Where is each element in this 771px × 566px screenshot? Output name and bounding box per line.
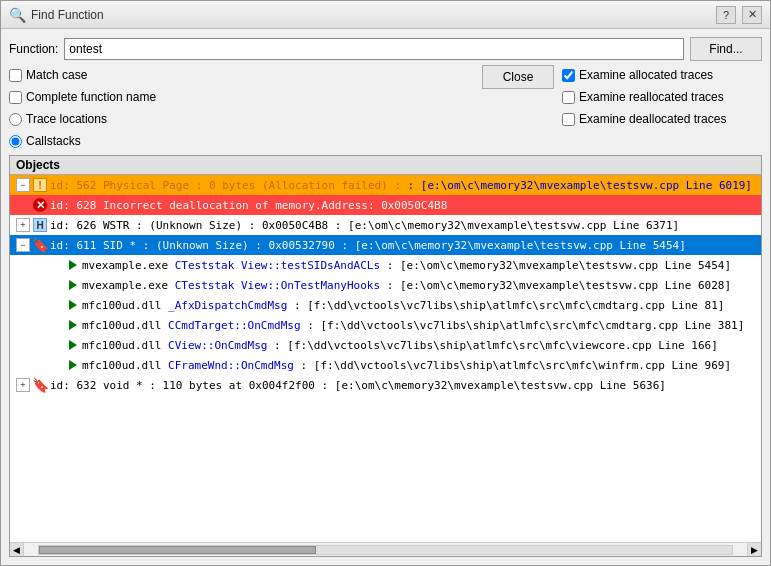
row-text: mfc100ud.dll CCmdTarget::OnCmdMsg : [f:\…	[82, 319, 744, 332]
row-icon-play	[64, 277, 80, 293]
text-fn: CTeststak View::OnTestManyHooks	[175, 279, 380, 292]
text-rest: : [f:\dd\vctools\vc7libs\ship\atlmfc\src…	[287, 299, 724, 312]
dialog-title: Find Function	[31, 8, 710, 22]
text-dll: mfc100ud.dll	[82, 339, 168, 352]
close-button[interactable]: Close	[482, 65, 554, 89]
callstacks-label[interactable]: Callstacks	[26, 134, 81, 148]
tree-row-3[interactable]: +Hid: 626 WSTR : (Unknown Size) : 0x0050…	[10, 215, 761, 235]
row-text: id: 632 void * : 110 bytes at 0x004f2f00…	[50, 379, 666, 392]
scrollbar-track	[38, 545, 733, 555]
row-text: mvexample.exe CTeststak View::OnTestMany…	[82, 279, 731, 292]
row-icon-bookmark: 🔖	[32, 237, 48, 253]
row-icon-H: H	[32, 217, 48, 233]
right-options-panel: Examine allocated traces Examine realloc…	[562, 65, 762, 129]
text-rest: : [e:\om\c\memory32\mvexample\testsvw.cp…	[380, 279, 731, 292]
examine-reallocated-label[interactable]: Examine reallocated traces	[579, 90, 724, 104]
tree-row-11[interactable]: +🔖id: 632 void * : 110 bytes at 0x004f2f…	[10, 375, 761, 395]
text-dll: mfc100ud.dll	[82, 359, 168, 372]
tree-expand-btn[interactable]: +	[16, 378, 30, 392]
match-case-label[interactable]: Match case	[26, 68, 87, 82]
tree-row-2[interactable]: ✕id: 628 Incorrect deallocation of memor…	[10, 195, 761, 215]
text-dll: mfc100ud.dll	[82, 319, 168, 332]
callstacks-row: Callstacks	[9, 131, 474, 151]
text-id: id: 562	[50, 179, 103, 192]
row-icon-play	[64, 337, 80, 353]
tree-row-9[interactable]: mfc100ud.dll CView::OnCmdMsg : [f:\dd\vc…	[10, 335, 761, 355]
row-icon-play	[64, 297, 80, 313]
horizontal-scrollbar[interactable]: ◀ ▶	[10, 542, 761, 556]
tree-leaf-placeholder	[48, 318, 62, 332]
row-icon-play	[64, 317, 80, 333]
row-text: mfc100ud.dll _AfxDispatchCmdMsg : [f:\dd…	[82, 299, 724, 312]
dialog-body: Function: Find... Match case Complete fu…	[1, 29, 770, 565]
row-icon-play	[64, 357, 80, 373]
left-options: Match case Complete function name Trace …	[9, 65, 474, 151]
scrollbar-thumb	[39, 546, 316, 554]
function-input[interactable]	[64, 38, 684, 60]
text-loc: : [e:\om\c\memory32\mvexample\testsvw.cp…	[401, 179, 752, 192]
row-text: id: 628 Incorrect deallocation of memory…	[50, 199, 447, 212]
callstacks-radio[interactable]	[9, 135, 22, 148]
window-close-button[interactable]: ✕	[742, 6, 762, 24]
tree-leaf-placeholder	[48, 298, 62, 312]
text-fn: _AfxDispatchCmdMsg	[168, 299, 287, 312]
text-fn: CCmdTarget::OnCmdMsg	[168, 319, 300, 332]
row-text: mvexample.exe CTeststak View::testSIDsAn…	[82, 259, 731, 272]
tree-expand-btn[interactable]: −	[16, 178, 30, 192]
row-icon-dealloc-err: ✕	[32, 197, 48, 213]
examine-deallocated-row: Examine deallocated traces	[562, 109, 726, 129]
examine-allocated-checkbox[interactable]	[562, 69, 575, 82]
tree-leaf-placeholder	[48, 338, 62, 352]
examine-reallocated-row: Examine reallocated traces	[562, 87, 724, 107]
help-button[interactable]: ?	[716, 6, 736, 24]
objects-section: Objects −!id: 562 Physical Page : 0 byte…	[9, 155, 762, 557]
text-fn: CView::OnCmdMsg	[168, 339, 267, 352]
match-case-checkbox[interactable]	[9, 69, 22, 82]
objects-header: Objects	[10, 156, 761, 175]
row-icon-bookmark: 🔖	[32, 377, 48, 393]
text-dll: mvexample.exe	[82, 259, 175, 272]
title-bar: 🔍 Find Function ? ✕	[1, 1, 770, 29]
text-dll: mvexample.exe	[82, 279, 175, 292]
text-type: Physical Page : 0 bytes (Allocation fail…	[103, 179, 401, 192]
tree-leaf-placeholder	[48, 358, 62, 372]
tree-row-4[interactable]: −🔖id: 611 SID * : (Unknown Size) : 0x005…	[10, 235, 761, 255]
tree-row-10[interactable]: mfc100ud.dll CFrameWnd::OnCmdMsg : [f:\d…	[10, 355, 761, 375]
tree-row-1[interactable]: −!id: 562 Physical Page : 0 bytes (Alloc…	[10, 175, 761, 195]
objects-list[interactable]: −!id: 562 Physical Page : 0 bytes (Alloc…	[10, 175, 761, 542]
tree-row-8[interactable]: mfc100ud.dll CCmdTarget::OnCmdMsg : [f:\…	[10, 315, 761, 335]
row-text: id: 562 Physical Page : 0 bytes (Allocat…	[50, 179, 752, 192]
complete-function-label[interactable]: Complete function name	[26, 90, 156, 104]
examine-deallocated-label[interactable]: Examine deallocated traces	[579, 112, 726, 126]
scroll-right-btn[interactable]: ▶	[747, 543, 761, 556]
text-rest: : [e:\om\c\memory32\mvexample\testsvw.cp…	[380, 259, 731, 272]
trace-locations-label[interactable]: Trace locations	[26, 112, 107, 126]
tree-leaf-placeholder	[48, 258, 62, 272]
function-label: Function:	[9, 42, 58, 56]
scroll-left-btn[interactable]: ◀	[10, 543, 24, 556]
text-fn: CTeststak View::testSIDsAndACLs	[175, 259, 380, 272]
tree-row-5[interactable]: mvexample.exe CTeststak View::testSIDsAn…	[10, 255, 761, 275]
find-function-dialog: 🔍 Find Function ? ✕ Function: Find... Ma…	[0, 0, 771, 566]
function-row: Function: Find...	[9, 37, 762, 61]
dialog-icon: 🔍	[9, 7, 25, 23]
trace-locations-radio[interactable]	[9, 113, 22, 126]
tree-row-7[interactable]: mfc100ud.dll _AfxDispatchCmdMsg : [f:\dd…	[10, 295, 761, 315]
row-text: id: 626 WSTR : (Unknown Size) : 0x0050C4…	[50, 219, 679, 232]
tree-row-6[interactable]: mvexample.exe CTeststak View::OnTestMany…	[10, 275, 761, 295]
tree-expand-btn[interactable]: −	[16, 238, 30, 252]
tree-leaf-placeholder	[16, 198, 30, 212]
text-rest: : [f:\dd\vctools\vc7libs\ship\atlmfc\src…	[294, 359, 731, 372]
row-text: id: 611 SID * : (Unknown Size) : 0x00532…	[50, 239, 686, 252]
examine-reallocated-checkbox[interactable]	[562, 91, 575, 104]
examine-deallocated-checkbox[interactable]	[562, 113, 575, 126]
find-button[interactable]: Find...	[690, 37, 762, 61]
text-fn: CFrameWnd::OnCmdMsg	[168, 359, 294, 372]
tree-leaf-placeholder	[48, 278, 62, 292]
examine-allocated-label[interactable]: Examine allocated traces	[579, 68, 713, 82]
row-text: mfc100ud.dll CFrameWnd::OnCmdMsg : [f:\d…	[82, 359, 731, 372]
complete-function-checkbox[interactable]	[9, 91, 22, 104]
text-dll: mfc100ud.dll	[82, 299, 168, 312]
tree-expand-btn[interactable]: +	[16, 218, 30, 232]
examine-allocated-row: Examine allocated traces	[562, 65, 713, 85]
